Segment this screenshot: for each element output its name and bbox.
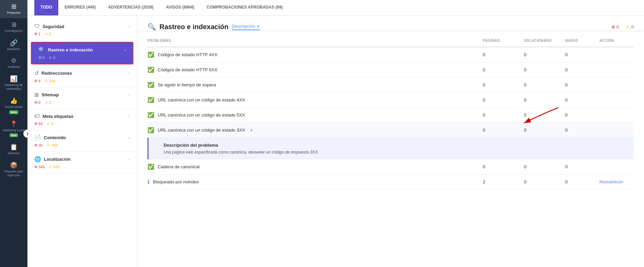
sidebar-item-marketing-local[interactable]: 📍 Marketing Local New	[0, 118, 27, 141]
check-icon-canonical5xx: ✅	[147, 112, 154, 118]
error-icon-seguridad: ⊗	[34, 32, 37, 36]
category-redirecciones[interactable]: ↺ Redirecciones › ⊗ 4 ⚠ 144	[27, 66, 137, 87]
sidebar-label-proyectos: Proyectos	[7, 11, 21, 15]
sidebar-label-social-media: Social Media	[5, 105, 23, 109]
solucionado-http5xx: 0	[524, 67, 565, 72]
right-panel: 🔍 Rastreo e indexación Descripción ∨ ⊗ 0…	[137, 16, 644, 267]
solucionado-http4xx: 0	[524, 52, 565, 57]
solucionado-canonical5xx: 0	[524, 112, 565, 118]
seguridad-chevron: ›	[129, 24, 130, 29]
table-row-canonical5xx[interactable]: ✅ URL canónica con un código de estado 5…	[147, 108, 634, 123]
category-sitemap[interactable]: ⊞ Sitemap › ⊗ 0 ⚠ 0	[27, 87, 137, 109]
col-header-problemas: PROBLEMAS	[147, 39, 483, 43]
sidebar-item-proyectos[interactable]: ⊞ Proyectos	[0, 0, 27, 18]
error-icon-localizacion: ⊗	[34, 165, 37, 169]
problem-label-http4xx: ✅ Códigos de estado HTTP 4XX	[147, 51, 483, 58]
table-row-bloqueado-noindex[interactable]: ℹ Bloqueado por noindex 2 0 0 Restablece…	[147, 174, 634, 190]
contenido-warnings: ⚠ 794	[47, 143, 57, 147]
category-name-rastreo: Rastreo e indexación	[48, 47, 93, 52]
check-icon-http4xx: ✅	[147, 51, 154, 58]
col-header-paginas: PÁGINAS	[483, 39, 524, 43]
col-header-nuevo: NUEVO	[565, 39, 599, 43]
expanded-desc-title: Descripción del problema	[164, 143, 627, 148]
category-rastreo[interactable]: 🔍 Rastreo e indexación › ⊗ 0 ⚠ 0	[31, 42, 133, 64]
table-row-timeout[interactable]: ✅ Se agotó el tiempo de espera 0 0 0	[147, 77, 634, 93]
problem-label-timeout: ✅ Se agotó el tiempo de espera	[147, 82, 483, 88]
paginas-canonical5xx: 0	[483, 112, 524, 118]
rastreo-chevron: ›	[124, 48, 126, 52]
localizacion-icon: 🌐	[34, 156, 41, 162]
left-panel: 🛡 Seguridad › ⊗ 1 ⚠ 0	[27, 16, 137, 267]
chevron-up-icon-canonical3xx: ∧	[250, 128, 253, 132]
warn-icon-redirecciones: ⚠	[45, 78, 48, 83]
solucionado-canonical3xx: 0	[524, 128, 565, 133]
paginas-http4xx: 0	[483, 52, 524, 57]
sidebar-item-social-media[interactable]: 👍 Social Media Beta	[0, 94, 27, 118]
sitemap-chevron: ›	[129, 93, 130, 97]
nuevo-canonical5xx: 0	[565, 112, 599, 118]
category-contenido[interactable]: 📄 Contenido › ⊗ 35 ⚠ 794	[27, 130, 137, 152]
sidebar-collapse-button[interactable]: ❯	[23, 130, 32, 138]
category-name-contenido: Contenido	[44, 135, 66, 140]
warn-icon-rastreo: ⚠	[49, 55, 52, 60]
sidebar-item-informes[interactable]: 📋 Informes	[0, 141, 27, 159]
check-icon-canonical4xx: ✅	[147, 97, 154, 103]
error-icon-contenido: ⊗	[34, 143, 37, 147]
right-header: 🔍 Rastreo e indexación Descripción ∨ ⊗ 0…	[137, 16, 644, 31]
sidebar-item-backlinks[interactable]: 🔗 Backlinks	[0, 36, 27, 54]
table-header: PROBLEMAS PÁGINAS SOLUCIONADO NUEVO ACCI…	[147, 35, 634, 47]
marketing-contenidos-icon: 📊	[10, 76, 17, 82]
tab-avisos[interactable]: AVISOS (6984)	[160, 0, 200, 15]
error-icon-rastreo: ⊗	[38, 55, 41, 60]
solucionado-cadena-canonical: 0	[524, 164, 565, 169]
sidebar-label-backlinks: Backlinks	[7, 47, 20, 51]
sidebar-label-auditoria: Auditoría	[8, 65, 20, 69]
sidebar-item-paquete-agencias[interactable]: 📦 Paquete para Agencias	[0, 159, 27, 181]
table-row-canonical3xx[interactable]: ✅ URL canónica con un código de estado 3…	[147, 123, 634, 138]
table-row-canonical4xx[interactable]: ✅ URL canónica con un código de estado 4…	[147, 93, 634, 108]
nuevo-http4xx: 0	[565, 52, 599, 57]
tab-todo[interactable]: TODO	[34, 0, 58, 15]
nuevo-bloqueado-noindex: 0	[565, 179, 599, 184]
auditoria-icon: ⚙	[11, 58, 16, 64]
tab-advertencias[interactable]: ADVERTENCIAS (2039)	[102, 0, 160, 15]
sidebar-item-marketing-contenidos[interactable]: 📊 Marketing de contenidos	[0, 72, 27, 94]
check-icon-http5xx: ✅	[147, 66, 154, 73]
problem-label-bloqueado-noindex: ℹ Bloqueado por noindex	[147, 179, 483, 185]
descripcion-button[interactable]: Descripción ∨	[232, 24, 260, 30]
problems-table: PROBLEMAS PÁGINAS SOLUCIONADO NUEVO ACCI…	[137, 35, 644, 190]
sidebar-item-auditoria[interactable]: ⚙ Auditoría	[0, 54, 27, 72]
localizacion-warnings: ⚠ 933	[49, 165, 59, 169]
table-row-cadena-canonical[interactable]: ✅ Cadena de canonical 0 0 0	[147, 159, 634, 174]
paginas-canonical3xx: 0	[483, 128, 524, 133]
table-row-http5xx[interactable]: ✅ Códigos de estado HTTP 5XX 0 0 0	[147, 62, 634, 77]
sidebar: ❯ ⊞ Proyectos 🖥 Investigación 🔗 Backlink…	[0, 0, 27, 267]
restablecer-button[interactable]: Restablecer	[599, 179, 634, 184]
category-meta-etiquetas[interactable]: 🏷 Meta etiquetas › ⊗ 64 ⚠ 4	[27, 109, 137, 130]
main-content: TODO ERRORES (449) ADVERTENCIAS (2039) A…	[27, 0, 644, 267]
seguridad-icon: 🛡	[34, 23, 40, 29]
category-seguridad[interactable]: 🛡 Seguridad › ⊗ 1 ⚠ 0	[27, 19, 137, 40]
rastreo-warnings: ⚠ 0	[49, 55, 55, 60]
contenido-icon: 📄	[34, 134, 41, 141]
warn-icon-meta: ⚠	[47, 121, 50, 126]
proyectos-icon: ⊞	[11, 3, 16, 10]
localizacion-errors: ⊗ 345	[34, 165, 45, 169]
redirecciones-warnings: ⚠ 144	[45, 78, 55, 83]
sidebar-item-investigacion[interactable]: 🖥 Investigación	[0, 18, 27, 36]
table-row-http4xx[interactable]: ✅ Códigos de estado HTTP 4XX 0 0 0	[147, 47, 634, 62]
error-icon-redirecciones: ⊗	[34, 78, 37, 83]
category-localizacion[interactable]: 🌐 Localización › ⊗ 345 ⚠ 933	[27, 152, 137, 173]
contenido-chevron: ›	[129, 135, 130, 140]
seguridad-warnings: ⚠ 0	[45, 32, 51, 36]
tab-comprobaciones[interactable]: COMPROBACIONES APROBADAS (69)	[200, 0, 289, 15]
social-media-icon: 👍	[10, 98, 17, 104]
meta-etiquetas-warnings: ⚠ 4	[47, 121, 53, 126]
meta-etiquetas-chevron: ›	[129, 114, 130, 119]
header-counts: ⊗ 0 ⚠ 0	[611, 24, 634, 29]
tab-errores[interactable]: ERRORES (449)	[58, 0, 102, 15]
expanded-description: Descripción del problema Una página web …	[147, 138, 634, 159]
col-header-solucionado: SOLUCIONADO	[524, 39, 565, 43]
seguridad-errors: ⊗ 1	[34, 32, 40, 36]
search-icon-title: 🔍	[147, 23, 156, 31]
